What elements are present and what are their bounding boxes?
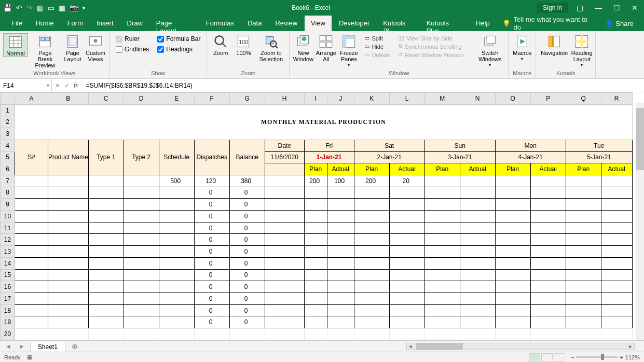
col-header-B[interactable]: B [48, 93, 89, 105]
vertical-scrollbar[interactable] [636, 103, 644, 340]
col-header-F[interactable]: F [194, 93, 229, 105]
col-header-C[interactable]: C [88, 93, 124, 105]
custom-views-button[interactable]: Custom Views [85, 33, 106, 62]
cell[interactable] [601, 257, 632, 269]
share-button[interactable]: 👤 Share [600, 16, 639, 31]
zoom-out-button[interactable]: − [571, 354, 574, 360]
tab-view[interactable]: View [305, 16, 332, 31]
tab-pagelayout[interactable]: Page Layout [150, 16, 199, 31]
cell[interactable] [15, 199, 48, 211]
tellme-search[interactable]: 💡 Tell me what you want to do [497, 16, 598, 31]
enter-formula-icon[interactable]: ✓ [64, 82, 70, 89]
cell[interactable]: 200 [354, 175, 389, 187]
cell[interactable] [15, 269, 48, 281]
cell[interactable] [265, 269, 304, 281]
cell[interactable] [389, 269, 424, 281]
cell[interactable] [124, 211, 159, 222]
cell[interactable] [460, 211, 495, 222]
cell[interactable] [566, 304, 601, 316]
redo-icon[interactable]: ↷ [26, 4, 33, 12]
cell[interactable] [460, 269, 495, 281]
tab-home[interactable]: Home [30, 16, 60, 31]
cell[interactable] [460, 257, 495, 269]
tab-nav-next[interactable]: ► [17, 343, 27, 350]
cell[interactable]: Balance [229, 140, 265, 175]
cell[interactable]: Fri [304, 140, 354, 151]
tab-help[interactable]: Help [470, 16, 496, 31]
new-window-button[interactable]: ✱ New Window [293, 33, 313, 62]
cell[interactable]: 0 [194, 269, 229, 281]
row-header-6[interactable]: 6 [1, 163, 15, 175]
cell[interactable] [88, 281, 124, 293]
cell[interactable] [327, 211, 354, 222]
cell[interactable] [48, 234, 89, 246]
formulabar-checkbox[interactable]: Formula Bar [157, 35, 200, 43]
cell[interactable] [88, 246, 124, 258]
cell[interactable] [124, 175, 159, 187]
cell[interactable] [265, 328, 304, 340]
cell[interactable] [601, 293, 632, 304]
cell[interactable] [194, 328, 229, 340]
cell[interactable] [124, 246, 159, 258]
cell[interactable] [159, 257, 194, 269]
tab-formulas[interactable]: Formulas [200, 16, 240, 31]
sheet-tab-1[interactable]: Sheet1 [30, 342, 65, 352]
cell[interactable] [159, 246, 194, 258]
cell[interactable] [530, 257, 566, 269]
cell[interactable] [601, 222, 632, 234]
tab-data[interactable]: Data [241, 16, 268, 31]
minimize-icon[interactable]: — [592, 4, 605, 12]
cell[interactable] [15, 175, 48, 187]
cell[interactable] [88, 187, 124, 199]
cell[interactable] [265, 281, 304, 293]
tab-file[interactable]: File [5, 16, 29, 31]
cell[interactable] [159, 234, 194, 246]
cell[interactable]: Type 1 [88, 140, 124, 175]
cell[interactable] [265, 234, 304, 246]
cell[interactable] [48, 304, 89, 316]
cancel-formula-icon[interactable]: ✕ [55, 82, 60, 89]
cell[interactable] [48, 175, 89, 187]
cell[interactable]: 0 [194, 211, 229, 222]
cell[interactable] [389, 293, 424, 304]
cell[interactable] [460, 293, 495, 304]
cell[interactable] [354, 246, 389, 258]
row-header-1[interactable]: 1 [1, 104, 15, 116]
reading-layout-button[interactable]: Reading Layout▾ [571, 33, 592, 68]
cell[interactable] [530, 222, 566, 234]
normal-view-button[interactable]: Normal [3, 33, 28, 57]
cell[interactable] [424, 175, 460, 187]
sync-scroll-button[interactable]: ⇅ Synchronous Scrolling [396, 43, 472, 50]
col-header-L[interactable]: L [389, 93, 424, 105]
cell[interactable] [159, 328, 194, 340]
cell[interactable] [354, 234, 389, 246]
undo-icon[interactable]: ↶ [16, 4, 22, 12]
cell[interactable]: 0 [194, 257, 229, 269]
cell[interactable] [327, 269, 354, 281]
cell[interactable] [460, 281, 495, 293]
cell[interactable] [601, 211, 632, 222]
cell[interactable] [601, 328, 632, 340]
camera-icon[interactable]: 📷 [70, 4, 78, 12]
pagebreak-preview-button[interactable]: Page Break Preview [30, 33, 60, 68]
cell[interactable] [601, 234, 632, 246]
cell[interactable] [159, 187, 194, 199]
cell[interactable] [15, 281, 48, 293]
cell[interactable] [354, 281, 389, 293]
cell[interactable] [327, 304, 354, 316]
cell[interactable] [304, 304, 327, 316]
cell[interactable] [460, 187, 495, 199]
cell[interactable] [424, 199, 460, 211]
cell[interactable]: Mon [495, 140, 566, 151]
cell[interactable] [159, 269, 194, 281]
cell[interactable] [327, 246, 354, 258]
cell[interactable] [48, 316, 89, 328]
col-header-E[interactable]: E [159, 93, 194, 105]
cell[interactable] [389, 316, 424, 328]
cell[interactable] [159, 199, 194, 211]
row-header-3[interactable]: 3 [1, 128, 15, 140]
cell[interactable] [327, 222, 354, 234]
cell[interactable] [88, 175, 124, 187]
cell[interactable]: 0 [194, 304, 229, 316]
cell[interactable] [124, 328, 159, 340]
